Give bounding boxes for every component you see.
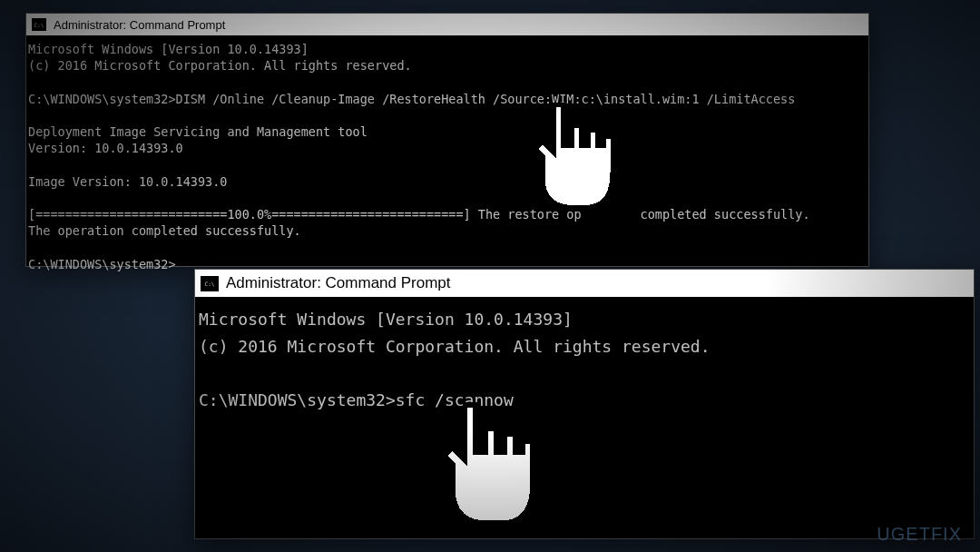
- watermark: UGETFIX: [877, 524, 962, 545]
- titlebar[interactable]: Administrator: Command Prompt: [195, 270, 974, 297]
- cmd-icon: [201, 276, 219, 291]
- console-output[interactable]: Microsoft Windows [Version 10.0.14393] (…: [195, 297, 974, 423]
- window-title: Administrator: Command Prompt: [226, 274, 451, 292]
- console-output[interactable]: Microsoft Windows [Version 10.0.14393] (…: [26, 35, 868, 278]
- cmd-icon: [32, 18, 46, 31]
- cmd-window-dism[interactable]: Administrator: Command Prompt Microsoft …: [25, 13, 869, 267]
- titlebar[interactable]: Administrator: Command Prompt: [26, 14, 868, 35]
- cmd-window-sfc[interactable]: Administrator: Command Prompt Microsoft …: [194, 269, 975, 539]
- window-title: Administrator: Command Prompt: [54, 18, 225, 32]
